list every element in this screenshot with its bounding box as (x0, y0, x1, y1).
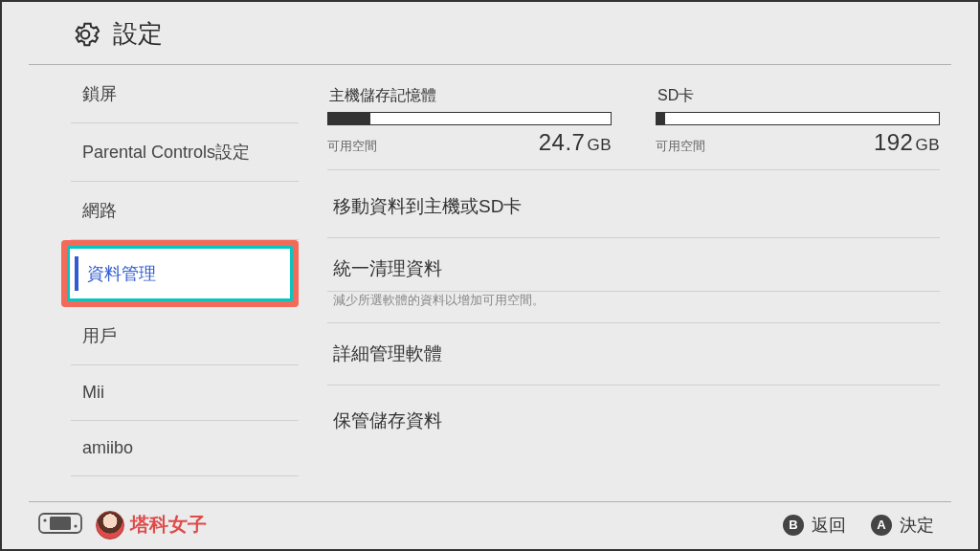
main: 鎖屏 Parental Controls設定 網路 資料管理 用戶 Mii am… (2, 65, 978, 492)
storage-sd: SD卡 可用空間 192GB (656, 86, 940, 156)
storage-system-fill (328, 113, 370, 124)
storage-system-bar (327, 112, 612, 125)
option-cleanup-help: 減少所選軟體的資料以增加可用空間。 (327, 292, 940, 323)
header: 設定 (29, 2, 951, 65)
back-label: 返回 (812, 514, 846, 537)
page-title: 設定 (113, 17, 163, 51)
a-button-icon: A (871, 515, 892, 536)
sidebar-item-mii[interactable]: Mii (71, 365, 299, 421)
storage-sd-bar (656, 112, 940, 125)
watermark: 塔科女子 (96, 511, 207, 540)
sidebar-item-parental[interactable]: Parental Controls設定 (71, 123, 299, 182)
content: 主機儲存記憶體 可用空間 24.7GB SD卡 可用空間 192GB 移動資料到… (299, 65, 978, 492)
svg-point-3 (74, 524, 77, 527)
option-cleanup[interactable]: 統一清理資料 (327, 238, 940, 292)
storage-sd-label: SD卡 (656, 86, 940, 106)
storage-sd-free-label: 可用空間 (656, 138, 705, 155)
storage-system-free-label: 可用空間 (327, 138, 377, 155)
option-move-data[interactable]: 移動資料到主機或SD卡 (327, 176, 940, 238)
b-button-icon: B (783, 515, 804, 536)
option-archive[interactable]: 保管儲存資料 (327, 386, 940, 433)
sidebar-item-network[interactable]: 網路 (71, 182, 299, 240)
footer: 塔科女子 B 返回 A 決定 (29, 501, 951, 547)
watermark-text: 塔科女子 (130, 512, 207, 538)
select-label: 決定 (900, 514, 934, 537)
avatar-icon (96, 511, 124, 540)
option-detail-manage[interactable]: 詳細管理軟體 (327, 323, 940, 386)
gear-icon (71, 20, 100, 49)
sidebar-item-lock[interactable]: 鎖屏 (71, 65, 299, 123)
svg-point-2 (43, 518, 46, 521)
sidebar: 鎖屏 Parental Controls設定 網路 資料管理 用戶 Mii am… (2, 65, 299, 492)
storage-system: 主機儲存記憶體 可用空間 24.7GB (327, 86, 612, 156)
back-button-hint[interactable]: B 返回 (783, 514, 846, 537)
select-button-hint[interactable]: A 決定 (871, 514, 934, 537)
storage-sd-free-value: 192GB (874, 129, 940, 156)
sidebar-item-data-management[interactable]: 資料管理 (67, 246, 293, 301)
console-icon (38, 513, 82, 538)
storage-system-label: 主機儲存記憶體 (327, 86, 612, 106)
sidebar-item-user[interactable]: 用戶 (71, 307, 299, 365)
sidebar-item-amiibo[interactable]: amiibo (71, 421, 299, 476)
storage-sd-fill (657, 113, 665, 124)
svg-rect-1 (50, 517, 71, 530)
storage-system-free-value: 24.7GB (539, 129, 612, 156)
storage-row: 主機儲存記憶體 可用空間 24.7GB SD卡 可用空間 192GB (327, 86, 940, 170)
sidebar-highlight: 資料管理 (71, 240, 299, 307)
